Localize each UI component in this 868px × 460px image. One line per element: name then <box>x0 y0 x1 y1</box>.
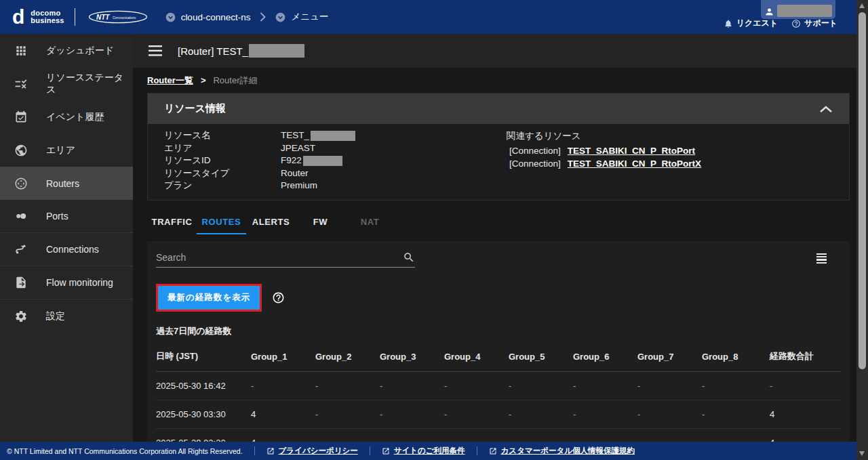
cell: - <box>380 400 444 429</box>
value-redaction <box>303 156 342 166</box>
detail-tabs: TRAFFIC ROUTES ALERTS FW NAT <box>147 211 850 234</box>
sidebar-item-resource-status[interactable]: リソースステータス <box>0 67 133 100</box>
hamburger-menu-icon[interactable] <box>149 45 162 56</box>
cell-datetime: 2025-05-30 16:42 <box>156 372 251 400</box>
scrollbar-thumb[interactable] <box>859 12 866 369</box>
main-area: [Router] TEST_ Router一覧 > Router詳細 リソース情… <box>133 34 856 442</box>
docomo-business-logo: d docomo business NTT Communications <box>12 7 148 26</box>
svg-text:NTT: NTT <box>96 14 110 21</box>
tab-alerts[interactable]: ALERTS <box>246 211 296 234</box>
column-header: Group_2 <box>315 343 380 372</box>
sidebar-item-label: Routers <box>46 178 79 189</box>
cable-connection-icon <box>14 243 28 256</box>
document-icon <box>14 276 28 289</box>
column-header: Group_1 <box>251 343 315 372</box>
cell: - <box>509 372 573 400</box>
cell-total: - <box>770 372 841 400</box>
help-button[interactable] <box>272 291 285 304</box>
sidebar-item-dashboard[interactable]: ダッシュボード <box>0 34 133 67</box>
cell: - <box>444 372 509 400</box>
search-field <box>156 251 415 268</box>
cell: - <box>702 400 770 429</box>
sidebar-item-event-history[interactable]: イベント履歴 <box>0 100 133 133</box>
related-resource-link[interactable]: TEST_SABIKI_CN_P_RtoPortX <box>568 157 701 170</box>
support-link[interactable]: サポート <box>791 18 837 29</box>
menu-selector[interactable]: メニュー <box>275 11 328 23</box>
search-input[interactable] <box>156 252 403 263</box>
value-redaction <box>311 131 355 141</box>
person-icon <box>764 7 774 17</box>
sidebar-item-area[interactable]: エリア <box>0 133 133 167</box>
cell: - <box>509 429 573 442</box>
svg-text:Communications: Communications <box>113 16 136 20</box>
column-header: Group_8 <box>702 343 770 372</box>
related-resource-type: [Connection] <box>509 144 561 157</box>
help-circle-icon <box>791 19 801 28</box>
column-header: Group_6 <box>573 343 637 372</box>
topbar: d docomo business NTT Communications clo… <box>0 0 856 34</box>
scrollbar-down-arrow-icon[interactable] <box>859 451 865 456</box>
related-resource-row: [Connection] TEST_SABIKI_CN_P_RtoPort <box>507 144 833 157</box>
rule-check-icon <box>14 77 28 91</box>
resource-info-title: リソース情報 <box>164 102 226 115</box>
column-header: 経路数合計 <box>770 343 841 372</box>
sidebar-item-flow-monitoring[interactable]: Flow monitoring <box>0 266 133 299</box>
column-header: Group_7 <box>637 343 702 372</box>
sidebar-item-ports[interactable]: Ports <box>0 200 133 233</box>
column-header: Group_4 <box>444 343 509 372</box>
menu-label: メニュー <box>291 11 328 23</box>
sidebar-item-label: 設定 <box>46 310 65 322</box>
support-label: サポート <box>804 18 837 29</box>
resource-field-row: リソースタイプ Router <box>164 167 507 180</box>
tab-traffic[interactable]: TRAFFIC <box>147 211 197 234</box>
title-redaction <box>249 44 304 58</box>
copyright-text: © NTT Limited and NTT Communications Cor… <box>7 447 243 455</box>
footer-link-personal-info-policy[interactable]: カスタマーポータル個人情報保護規約 <box>489 446 635 456</box>
cell-total: 4 <box>770 400 841 429</box>
cell: - <box>315 400 380 429</box>
ntt-communications-logo: NTT Communications <box>88 10 148 24</box>
footer-separator <box>254 446 255 455</box>
request-link[interactable]: リクエスト <box>724 18 778 29</box>
sidebar-item-routers[interactable]: Routers <box>0 167 133 200</box>
page-header: [Router] TEST_ <box>133 34 856 68</box>
top-navigation: cloud-connect-ns メニュー <box>165 11 329 23</box>
chevron-up-icon[interactable] <box>819 105 833 113</box>
table-row: 2025-05-29 03:30 4 - - - - - - - 4 <box>156 429 841 442</box>
footer-link-terms-of-use[interactable]: サイトのご利用条件 <box>382 446 465 456</box>
chevron-down-circle-icon <box>165 12 176 22</box>
related-resource-link[interactable]: TEST_SABIKI_CN_P_RtoPort <box>568 144 695 157</box>
search-icon <box>403 251 415 264</box>
routes-table-subtitle: 過去7日間の経路数 <box>156 325 841 337</box>
cell: - <box>573 372 637 400</box>
app-screen: d docomo business NTT Communications clo… <box>0 0 868 460</box>
gear-icon <box>14 310 28 323</box>
resource-info-body: リソース名 TEST_ エリア JPEAST リソースID F922 リソー <box>148 124 849 200</box>
footer-link-privacy-policy[interactable]: プライバシーポリシー <box>267 446 358 456</box>
show-latest-routes-button[interactable]: 最新の経路数を表示 <box>158 286 260 310</box>
cell: - <box>637 400 702 429</box>
vertical-scrollbar[interactable] <box>856 0 868 460</box>
table-menu-icon[interactable] <box>814 251 829 266</box>
external-link-icon <box>382 447 390 455</box>
chevron-down-circle-icon <box>275 12 285 22</box>
sidebar-item-settings[interactable]: 設定 <box>0 299 133 333</box>
annotation-highlight-box: 最新の経路数を表示 <box>156 284 262 312</box>
column-header: Group_3 <box>380 343 444 372</box>
page-title: [Router] TEST_ <box>178 44 304 58</box>
resource-info-panel: リソース情報 リソース名 TEST_ エリア JPEAST <box>147 93 850 201</box>
user-account-chip[interactable] <box>761 0 835 19</box>
tab-routes[interactable]: ROUTES <box>197 211 246 234</box>
sidebar-item-label: Flow monitoring <box>46 277 113 288</box>
related-resource-type: [Connection] <box>509 157 561 170</box>
workspace-selector[interactable]: cloud-connect-ns <box>165 12 251 22</box>
sidebar-item-connections[interactable]: Connections <box>0 233 133 266</box>
table-row: 2025-05-30 03:30 4 - - - - - - - 4 <box>156 400 841 429</box>
cell: 4 <box>251 400 315 429</box>
breadcrumb-router-list-link[interactable]: Router一覧 <box>147 75 193 87</box>
search-row <box>156 241 841 268</box>
tab-fw[interactable]: FW <box>296 211 345 234</box>
resource-field-row: リソース名 TEST_ <box>164 129 507 142</box>
scrollbar-up-arrow-icon[interactable] <box>859 3 865 8</box>
resource-fields: リソース名 TEST_ エリア JPEAST リソースID F922 リソー <box>164 129 507 190</box>
